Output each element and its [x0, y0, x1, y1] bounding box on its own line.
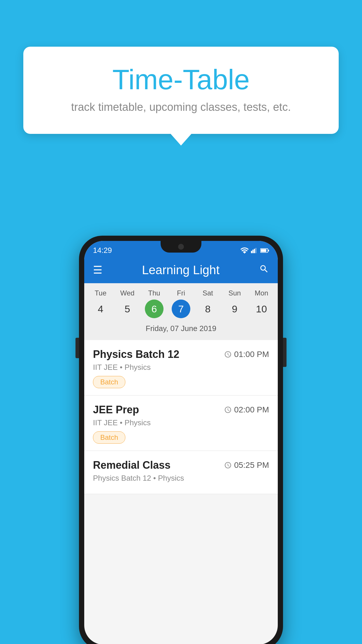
volume-button-right	[283, 338, 287, 367]
class-subtitle: IIT JEE • Physics	[93, 363, 269, 372]
day-label: Thu	[148, 289, 160, 297]
day-label: Sat	[203, 289, 213, 297]
time-text: 05:25 PM	[234, 461, 269, 470]
day-label: Sun	[229, 289, 241, 297]
class-time: 02:00 PM	[224, 405, 269, 414]
day-column-8[interactable]: Sat8	[196, 289, 220, 318]
svg-rect-3	[255, 248, 256, 253]
app-bar: ☰ Learning Light	[84, 257, 278, 283]
search-icon[interactable]	[259, 264, 269, 276]
day-column-10[interactable]: Mon10	[249, 289, 274, 318]
tooltip-title: Time-Table	[47, 64, 315, 95]
clock-icon	[224, 461, 232, 469]
tooltip-card: Time-Table track timetable, upcoming cla…	[23, 47, 339, 134]
day-label: Fri	[177, 289, 185, 297]
status-time: 14:29	[93, 246, 112, 255]
selected-date-label: Friday, 07 June 2019	[87, 321, 275, 337]
schedule-item-1[interactable]: JEE Prep 02:00 PM IIT JEE • Physics Batc…	[84, 396, 278, 451]
clock-icon	[224, 406, 232, 414]
wifi-icon	[240, 247, 249, 254]
class-title: Physics Batch 12	[93, 348, 179, 360]
tooltip-subtitle: track timetable, upcoming classes, tests…	[47, 101, 315, 113]
svg-rect-6	[261, 249, 266, 252]
status-icons	[240, 247, 269, 254]
phone-frame: 14:29	[79, 236, 283, 644]
batch-tag: Batch	[93, 376, 125, 388]
svg-rect-1	[252, 250, 254, 253]
volume-button-left	[75, 338, 79, 358]
class-time: 01:00 PM	[224, 350, 269, 359]
day-number[interactable]: 8	[198, 300, 217, 318]
day-label: Wed	[120, 289, 135, 297]
day-label: Tue	[95, 289, 106, 297]
calendar-strip: Tue4Wed5Thu6Fri7Sat8Sun9Mon10 Friday, 07…	[84, 283, 278, 340]
app-title: Learning Light	[108, 263, 253, 277]
clock-icon	[224, 351, 232, 358]
schedule-item-header: Physics Batch 12 01:00 PM	[93, 348, 269, 360]
svg-rect-2	[254, 249, 255, 253]
battery-icon	[260, 248, 269, 253]
day-number[interactable]: 5	[118, 300, 137, 318]
class-subtitle: Physics Batch 12 • Physics	[93, 474, 269, 483]
class-subtitle: IIT JEE • Physics	[93, 418, 269, 427]
day-column-4[interactable]: Tue4	[88, 289, 113, 318]
time-text: 02:00 PM	[234, 405, 269, 414]
hamburger-icon[interactable]: ☰	[93, 264, 102, 276]
class-time: 05:25 PM	[224, 461, 269, 470]
days-row: Tue4Wed5Thu6Fri7Sat8Sun9Mon10	[87, 289, 275, 318]
svg-rect-5	[268, 250, 269, 251]
schedule-item-header: Remedial Class 05:25 PM	[93, 459, 269, 471]
phone-notch	[161, 241, 201, 253]
svg-rect-0	[251, 251, 252, 253]
day-number[interactable]: 7	[172, 300, 190, 318]
day-number[interactable]: 10	[252, 300, 271, 318]
signal-icon	[251, 247, 258, 254]
schedule-item-0[interactable]: Physics Batch 12 01:00 PM IIT JEE • Phys…	[84, 340, 278, 396]
day-column-7[interactable]: Fri7	[169, 289, 194, 318]
day-number[interactable]: 6	[145, 300, 164, 318]
day-column-9[interactable]: Sun9	[222, 289, 247, 318]
schedule-item-header: JEE Prep 02:00 PM	[93, 404, 269, 416]
day-number[interactable]: 9	[225, 300, 244, 318]
day-number[interactable]: 4	[91, 300, 110, 318]
day-column-6[interactable]: Thu6	[142, 289, 167, 318]
time-text: 01:00 PM	[234, 350, 269, 359]
camera-icon	[178, 244, 184, 250]
day-label: Mon	[255, 289, 268, 297]
class-title: Remedial Class	[93, 459, 171, 471]
schedule-item-2[interactable]: Remedial Class 05:25 PM Physics Batch 12…	[84, 451, 278, 494]
phone-screen: 14:29	[84, 241, 278, 644]
day-column-5[interactable]: Wed5	[115, 289, 140, 318]
schedule-list: Physics Batch 12 01:00 PM IIT JEE • Phys…	[84, 340, 278, 494]
class-title: JEE Prep	[93, 404, 139, 416]
batch-tag: Batch	[93, 431, 125, 444]
